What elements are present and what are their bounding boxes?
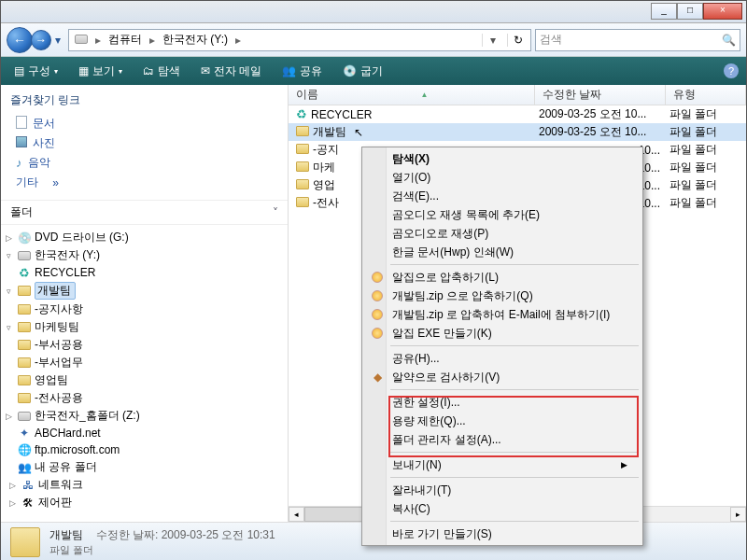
tree-abchard[interactable]: ✦ABCHard.net [3, 425, 286, 441]
tree-recycler[interactable]: ♻RECYCLER [3, 264, 286, 281]
explorer-window: _ □ × ← → ▾ ▸ 컴퓨터 ▸ 한국전자 (Y:) ▸ ▾ ↻ 검색 🔍… [0, 0, 747, 560]
folder-icon [296, 126, 309, 139]
burn-button[interactable]: 💿굽기 [337, 62, 388, 81]
shield-icon: ◆ [370, 370, 385, 385]
search-input[interactable]: 검색 🔍 [535, 29, 740, 51]
close-button[interactable]: × [703, 3, 742, 20]
column-headers[interactable]: 이름▲ 수정한 날짜 유형 [289, 85, 746, 105]
email-button[interactable]: ✉전자 메일 [195, 62, 267, 81]
tree-drive-z[interactable]: ▷한국전자_홈폴더 (Z:) [3, 407, 286, 425]
tree-myshare[interactable]: 👥내 공유 폴더 [3, 458, 286, 476]
collapse-icon[interactable]: ˅ [273, 206, 278, 219]
tree-dev[interactable]: ▿개발팀 [3, 281, 286, 301]
nav-history-dropdown[interactable]: ▾ [51, 27, 64, 53]
ctx-gom-add[interactable]: 곰오디오 재생 목록에 추가(E) [364, 205, 641, 224]
col-date[interactable]: 수정한 날짜 [535, 85, 666, 105]
favorites-header: 즐겨찾기 링크 [1, 85, 288, 114]
tree-notice[interactable]: -공지사항 [3, 301, 286, 318]
tree-deptwork[interactable]: -부서업무 [3, 354, 286, 371]
breadcrumb-computer[interactable]: 컴퓨터 [105, 31, 146, 49]
tree-control-panel[interactable]: ▷🛠제어판 [3, 494, 286, 511]
ctx-share[interactable]: 공유(H)... [364, 349, 641, 368]
search-icon[interactable]: 🔍 [722, 34, 736, 47]
ctx-alzip-exe[interactable]: 알집 EXE 만들기(K) [364, 324, 641, 343]
help-button[interactable]: ? [724, 63, 739, 78]
ctx-alzip-mail[interactable]: 개발팀.zip 로 압축하여 E-Mail에 첨부하기(I) [364, 305, 641, 324]
share-button[interactable]: 👥공유 [276, 62, 328, 81]
folder-icon [296, 161, 309, 175]
ctx-alyac[interactable]: ◆알약으로 검사하기(V) [364, 368, 641, 386]
folder-icon [296, 144, 309, 157]
selected-type: 파일 폴더 [49, 543, 275, 557]
nav-bar: ← → ▾ ▸ 컴퓨터 ▸ 한국전자 (Y:) ▸ ▾ ↻ 검색 🔍 [1, 23, 746, 57]
tree-allshare[interactable]: -전사공용 [3, 389, 286, 407]
fav-documents[interactable]: 문서 [10, 114, 278, 133]
titlebar[interactable]: _ □ × [1, 1, 746, 23]
folder-icon [10, 527, 40, 557]
address-bar[interactable]: ▸ 컴퓨터 ▸ 한국전자 (Y:) ▸ ▾ ↻ [68, 29, 531, 51]
ctx-alzip-zip[interactable]: 개발팀.zip 으로 압축하기(Q) [364, 287, 641, 305]
col-type[interactable]: 유형 [666, 85, 746, 105]
ctx-search[interactable]: 검색(E)... [364, 187, 641, 205]
alzip-icon [370, 326, 385, 341]
alzip-icon [370, 270, 385, 285]
ctx-open[interactable]: 열기(O) [364, 168, 641, 187]
submenu-arrow-icon: ▶ [621, 460, 627, 469]
alzip-icon [370, 288, 385, 303]
tree-marketing[interactable]: ▿마케팅팀 [3, 318, 286, 336]
breadcrumb-sep: ▸ [95, 34, 101, 47]
command-bar: ▤구성▾ ▦보기▾ 🗂탐색 ✉전자 메일 👥공유 💿굽기 ? [1, 57, 746, 85]
ctx-quota[interactable]: 용량 제한(Q)... [364, 412, 641, 430]
ctx-cut[interactable]: 잘라내기(T) [364, 481, 641, 499]
refresh-button[interactable]: ↻ [507, 34, 529, 47]
tree-sales[interactable]: 영업팀 [3, 371, 286, 389]
back-button[interactable]: ← [7, 27, 33, 53]
fav-music[interactable]: ♪음악 [10, 153, 278, 173]
context-menu: 탐색(X) 열기(O) 검색(E)... 곰오디오 재생 목록에 추가(E) 곰… [361, 147, 643, 546]
folder-icon [296, 179, 309, 192]
search-placeholder: 검색 [540, 32, 562, 48]
recycle-icon: ♻ [296, 107, 307, 121]
ctx-copy[interactable]: 복사(C) [364, 499, 641, 518]
explore-button[interactable]: 🗂탐색 [137, 62, 186, 81]
folders-header[interactable]: 폴더˅ [1, 200, 288, 225]
fav-pictures[interactable]: 사진 [10, 133, 278, 153]
tree-drive-y[interactable]: ▿한국전자 (Y:) [3, 246, 286, 264]
views-button[interactable]: ▦보기▾ [73, 62, 128, 81]
forward-button[interactable]: → [31, 30, 51, 50]
scroll-left-button[interactable]: ◂ [289, 507, 304, 522]
maximize-button[interactable]: □ [677, 3, 703, 20]
navigation-pane: 즐겨찾기 링크 문서 사진 ♪음악 기타 » 폴더˅ ▷💿DVD 드라이브 (G… [1, 85, 289, 522]
ctx-permission[interactable]: 권한 설정(I)... [364, 393, 641, 412]
list-item[interactable]: ♻RECYCLER 2009-03-25 오전 10...파일 폴더 [289, 105, 746, 123]
breadcrumb-drive[interactable]: 한국전자 (Y:) [159, 31, 232, 49]
tree-deptshare[interactable]: -부서공용 [3, 336, 286, 354]
tree-dvd[interactable]: ▷💿DVD 드라이브 (G:) [3, 229, 286, 246]
ctx-folder-admin[interactable]: 폴더 관리자 설정(A)... [364, 430, 641, 449]
fav-more[interactable]: 기타 » [10, 173, 278, 192]
ctx-send-to[interactable]: 보내기(N)▶ [364, 455, 641, 474]
address-dropdown[interactable]: ▾ [482, 34, 503, 47]
minimize-button[interactable]: _ [651, 3, 677, 20]
alzip-icon [370, 307, 385, 322]
ctx-gom-play[interactable]: 곰오디오로 재생(P) [364, 224, 641, 243]
tree-network[interactable]: ▷🖧네트워크 [3, 476, 286, 494]
sort-indicator-icon: ▲ [421, 91, 429, 99]
ctx-explore[interactable]: 탐색(X) [364, 149, 641, 168]
tree-ftp[interactable]: 🌐ftp.microsoft.com [3, 441, 286, 458]
ctx-hwp-print[interactable]: 한글 문서(Hwp) 인쇄(W) [364, 243, 641, 261]
folder-tree[interactable]: ▷💿DVD 드라이브 (G:) ▿한국전자 (Y:) ♻RECYCLER ▿개발… [1, 225, 288, 522]
folder-icon [296, 197, 309, 210]
scroll-right-button[interactable]: ▸ [730, 507, 746, 522]
list-item[interactable]: 개발팀↖ 2009-03-25 오전 10...파일 폴더 [289, 123, 746, 141]
ctx-alzip[interactable]: 알집으로 압축하기(L) [364, 268, 641, 287]
organize-button[interactable]: ▤구성▾ [8, 62, 63, 81]
col-name[interactable]: 이름▲ [289, 85, 535, 105]
selected-name: 개발팀 [49, 528, 83, 541]
ctx-shortcut[interactable]: 바로 가기 만들기(S) [364, 525, 641, 543]
